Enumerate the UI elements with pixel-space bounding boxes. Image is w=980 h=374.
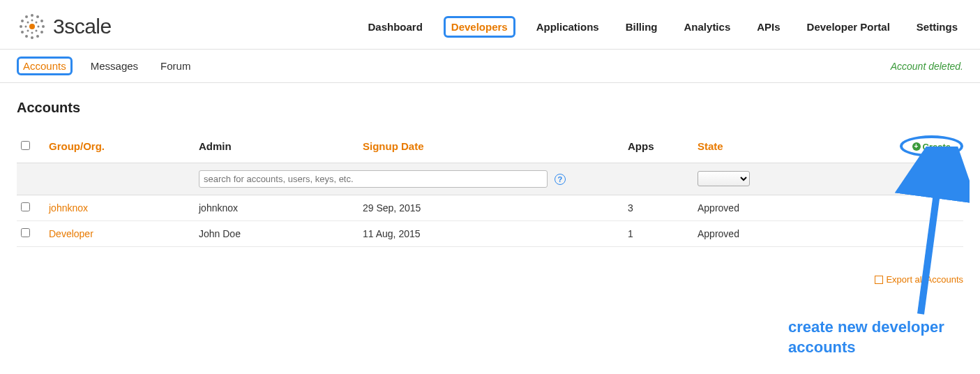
svg-point-10: [20, 25, 22, 28]
svg-point-2: [36, 15, 39, 18]
svg-point-19: [25, 26, 27, 28]
col-header-apps: Apps: [624, 130, 693, 163]
state-select[interactable]: [698, 171, 750, 186]
plus-icon: +: [912, 142, 921, 151]
group-link[interactable]: Developer: [49, 228, 93, 239]
svg-point-8: [25, 35, 28, 38]
svg-point-13: [31, 20, 33, 22]
svg-point-6: [36, 35, 39, 38]
apps-cell: 1: [624, 220, 693, 246]
table-row: johnknox johnknox 29 Sep, 2015 3 Approve…: [17, 195, 963, 220]
subnav-forum[interactable]: Forum: [156, 57, 195, 75]
export-icon: [875, 276, 883, 284]
row-checkbox[interactable]: [21, 228, 30, 237]
nav-apis[interactable]: APIs: [751, 17, 785, 37]
svg-point-3: [40, 20, 43, 22]
svg-point-4: [42, 25, 45, 28]
create-button[interactable]: + Create: [908, 140, 955, 154]
search-input[interactable]: [199, 170, 548, 188]
nav-dashboard[interactable]: Dashboard: [362, 17, 428, 37]
signup-cell: 11 Aug, 2015: [359, 220, 624, 246]
svg-point-1: [31, 14, 33, 17]
group-link[interactable]: johnknox: [49, 202, 88, 214]
nav-analytics[interactable]: Analytics: [679, 17, 737, 37]
col-header-admin: Admin: [195, 130, 359, 163]
export-link[interactable]: Export all Accounts: [875, 274, 963, 285]
flash-notice: Account deleted.: [891, 61, 963, 72]
subnav-messages[interactable]: Messages: [86, 57, 142, 75]
svg-point-14: [36, 22, 38, 24]
svg-point-17: [31, 32, 33, 34]
page-title: Accounts: [17, 100, 963, 116]
table-row: Developer John Doe 11 Aug, 2015 1 Approv…: [17, 220, 963, 246]
admin-cell: johnknox: [195, 195, 359, 220]
col-header-state[interactable]: State: [693, 130, 843, 163]
accounts-table: Group/Org. Admin Signup Date Apps State …: [17, 130, 963, 247]
create-label: Create: [923, 142, 951, 152]
logo-icon: [17, 11, 47, 42]
signup-cell: 29 Sep, 2015: [359, 195, 624, 220]
nav-billing[interactable]: Billing: [620, 17, 663, 37]
export-label: Export all Accounts: [886, 274, 963, 285]
help-icon[interactable]: ?: [555, 174, 566, 185]
filter-row: ? Search: [17, 163, 963, 195]
state-cell: Approved: [693, 220, 843, 246]
nav-settings[interactable]: Settings: [911, 17, 963, 37]
svg-point-15: [38, 26, 40, 28]
nav-applications[interactable]: Applications: [531, 17, 605, 37]
admin-cell: John Doe: [195, 220, 359, 246]
svg-point-16: [36, 30, 38, 32]
svg-point-12: [25, 15, 28, 18]
row-checkbox[interactable]: [21, 202, 30, 211]
main-nav: Dashboard Developers Applications Billin…: [362, 16, 963, 38]
svg-point-18: [27, 30, 29, 32]
sub-nav: Accounts Messages Forum: [17, 57, 195, 75]
state-cell: Approved: [693, 195, 843, 220]
svg-point-11: [21, 20, 24, 22]
nav-developer-portal[interactable]: Developer Portal: [801, 17, 896, 37]
logo-text: 3scale: [53, 15, 112, 38]
col-header-signup[interactable]: Signup Date: [359, 130, 624, 163]
subnav-accounts[interactable]: Accounts: [17, 57, 73, 75]
svg-point-5: [40, 31, 43, 33]
nav-developers[interactable]: Developers: [444, 16, 515, 38]
svg-point-9: [21, 31, 24, 33]
logo[interactable]: 3scale: [17, 11, 112, 42]
svg-point-20: [27, 22, 29, 24]
col-header-group[interactable]: Group/Org.: [45, 130, 195, 163]
create-highlight: + Create: [900, 135, 963, 157]
svg-point-7: [31, 36, 33, 39]
select-all-checkbox[interactable]: [21, 141, 30, 150]
apps-cell: 3: [624, 195, 693, 220]
svg-point-0: [29, 24, 35, 29]
search-button[interactable]: Search: [912, 171, 959, 187]
